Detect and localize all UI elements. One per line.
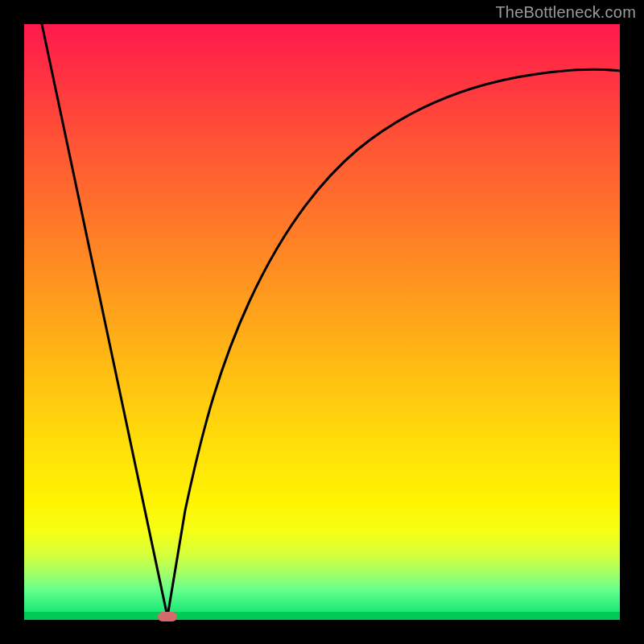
right-curve bbox=[167, 69, 620, 617]
plot-area bbox=[24, 24, 620, 620]
bottleneck-curve bbox=[24, 24, 620, 620]
left-line bbox=[42, 24, 167, 617]
watermark-text: TheBottleneck.com bbox=[495, 3, 636, 22]
chart-frame: TheBottleneck.com bbox=[0, 0, 644, 644]
min-marker bbox=[158, 612, 177, 621]
